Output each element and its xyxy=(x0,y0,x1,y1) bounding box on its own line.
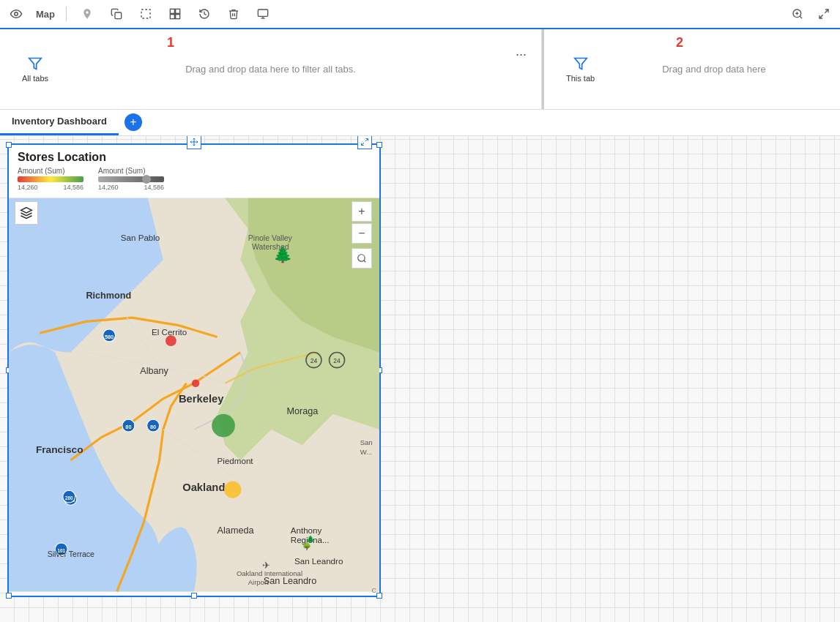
svg-point-0 xyxy=(15,12,18,16)
svg-text:Watershed: Watershed xyxy=(252,242,289,251)
fullscreen-icon[interactable] xyxy=(815,5,833,23)
svg-text:San Leandro: San Leandro xyxy=(294,557,343,566)
zoom-in-button[interactable]: + xyxy=(352,201,372,222)
svg-rect-2 xyxy=(141,10,150,18)
svg-text:Berkeley: Berkeley xyxy=(179,393,224,405)
legend-item-2: Amount (Sum) 14,260 14,586 xyxy=(98,167,164,191)
resize-handle-top-right[interactable] xyxy=(376,142,382,148)
svg-text:Alameda: Alameda xyxy=(218,525,255,536)
svg-text:Oakland: Oakland xyxy=(182,482,225,493)
toolbar: Map xyxy=(0,0,840,29)
svg-rect-7 xyxy=(258,10,267,16)
add-tab-button[interactable]: + xyxy=(124,113,142,131)
svg-text:W...: W... xyxy=(360,448,372,456)
resize-handle-top-left[interactable] xyxy=(6,142,12,148)
move-handle[interactable] xyxy=(187,136,201,149)
svg-rect-3 xyxy=(170,9,174,13)
select-rect-icon[interactable] xyxy=(137,5,155,23)
display-icon[interactable] xyxy=(254,5,272,23)
map-svg: 580 80 80 880 24 xyxy=(9,194,379,596)
svg-line-70 xyxy=(364,261,366,263)
copy-icon[interactable] xyxy=(108,5,125,23)
delete-icon[interactable] xyxy=(225,5,242,23)
legend-gradient-color xyxy=(18,176,83,182)
svg-text:24: 24 xyxy=(311,357,318,364)
svg-text:Silver Terrace: Silver Terrace xyxy=(48,550,94,558)
map-title: Stores Location xyxy=(18,151,106,163)
map-tool-label: Map xyxy=(37,5,54,23)
legend-2-label: Amount (Sum) xyxy=(98,167,164,175)
svg-text:Francisco: Francisco xyxy=(36,444,83,455)
svg-text:🌳: 🌳 xyxy=(302,542,311,551)
svg-point-66 xyxy=(192,379,200,387)
legend-gradient-gray xyxy=(98,176,164,182)
all-tabs-label: All tabs xyxy=(22,74,48,83)
eye-icon[interactable] xyxy=(7,5,25,23)
legend-2-max: 14,586 xyxy=(144,184,164,191)
map-controls: + − xyxy=(352,201,372,269)
legend-1-max: 14,586 xyxy=(63,184,83,191)
svg-rect-5 xyxy=(170,15,174,19)
region-icon[interactable] xyxy=(166,5,184,23)
svg-marker-16 xyxy=(29,58,42,69)
svg-marker-17 xyxy=(574,58,587,69)
main-canvas: Stores Location Amount (Sum) 14,260 14,5… xyxy=(0,136,840,622)
svg-line-21 xyxy=(362,143,365,146)
svg-text:Albany: Albany xyxy=(140,366,168,376)
toolbar-right xyxy=(789,5,833,23)
legend-circle xyxy=(142,175,151,184)
filter-bar: All tabs Drag and drop data here to filt… xyxy=(0,29,840,110)
svg-text:San: San xyxy=(360,438,373,446)
svg-rect-4 xyxy=(176,9,180,13)
zoom-out-button[interactable]: − xyxy=(352,223,372,244)
legend-2-min: 14,260 xyxy=(98,184,119,191)
this-tab-filter-button[interactable]: This tab xyxy=(566,56,595,83)
all-tabs-filter-button[interactable]: All tabs xyxy=(22,56,48,83)
search-location-button[interactable] xyxy=(352,248,372,269)
map-widget-inner: Stores Location Amount (Sum) 14,260 14,5… xyxy=(9,145,379,596)
svg-line-11 xyxy=(800,16,802,18)
tab-label: Inventory Dashboard xyxy=(12,116,107,127)
pin-icon[interactable] xyxy=(78,5,96,23)
filter-all-tabs-section: All tabs Drag and drop data here to filt… xyxy=(0,29,542,109)
svg-line-20 xyxy=(365,139,368,142)
svg-text:80: 80 xyxy=(125,424,131,430)
map-container[interactable]: 580 80 80 880 24 xyxy=(9,194,379,596)
svg-marker-71 xyxy=(21,208,32,214)
legend-2-range: 14,260 14,586 xyxy=(98,184,164,191)
filter-more-button[interactable]: ... xyxy=(516,44,527,59)
svg-point-65 xyxy=(166,335,176,346)
svg-text:Oakland International: Oakland International xyxy=(237,569,302,577)
map-legend: Amount (Sum) 14,260 14,586 Amount (Sum) xyxy=(9,164,379,194)
tab-inventory-dashboard[interactable]: Inventory Dashboard xyxy=(0,109,119,135)
svg-point-68 xyxy=(224,482,241,498)
svg-rect-1 xyxy=(115,12,122,19)
svg-text:Airport: Airport xyxy=(248,578,269,586)
canvas-area[interactable]: Stores Location Amount (Sum) 14,260 14,5… xyxy=(0,136,840,622)
map-layer-button[interactable] xyxy=(15,201,38,225)
svg-line-15 xyxy=(819,15,823,18)
expand-handle[interactable] xyxy=(357,136,372,149)
filter-this-tab-section: This tab Drag and drop data here 2 xyxy=(544,29,840,109)
svg-text:San Pablo: San Pablo xyxy=(121,233,160,242)
map-copyright: C xyxy=(372,587,377,594)
svg-point-69 xyxy=(358,255,365,261)
zoom-search-icon[interactable] xyxy=(789,5,806,23)
svg-text:Richmond: Richmond xyxy=(86,291,131,301)
svg-line-14 xyxy=(825,10,828,13)
svg-text:Anthony: Anthony xyxy=(291,526,322,535)
svg-text:24: 24 xyxy=(333,357,341,364)
toolbar-divider-1 xyxy=(66,7,67,21)
svg-text:✈: ✈ xyxy=(262,561,270,571)
history-icon[interactable] xyxy=(196,5,213,23)
legend-item-1: Amount (Sum) 14,260 14,586 xyxy=(18,167,83,191)
svg-point-67 xyxy=(212,414,235,438)
svg-text:Pinole Valley: Pinole Valley xyxy=(248,233,293,242)
legend-1-label: Amount (Sum) xyxy=(18,167,83,175)
this-tab-label: This tab xyxy=(566,74,595,83)
legend-1-range: 14,260 14,586 xyxy=(18,184,83,191)
all-tabs-drop-text: Drag and drop data here to filter all ta… xyxy=(185,64,356,75)
svg-text:280: 280 xyxy=(65,495,73,501)
svg-text:El Cerrito: El Cerrito xyxy=(152,328,187,337)
svg-text:Moraga: Moraga xyxy=(287,406,319,416)
